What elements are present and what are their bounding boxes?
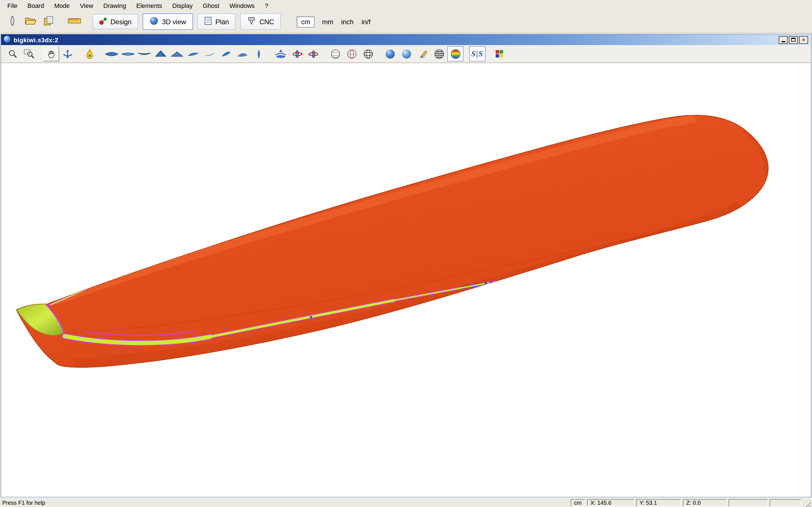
status-bar: Press F1 for help cm X: 145.6 Y: 53.1 Z:…	[0, 497, 812, 507]
rotate-board-icon[interactable]	[289, 46, 305, 61]
zoom-area-icon[interactable]	[21, 46, 37, 61]
wireframe-sphere-grid-icon[interactable]	[360, 46, 376, 61]
surfboard-3d-render	[1, 63, 811, 497]
color-palette-icon[interactable]	[491, 46, 507, 61]
document-title: bigkiwi.s3dx:2	[13, 36, 58, 43]
mode-cnc-label: CNC	[259, 18, 274, 25]
mode-group: Design 3D view Plan CNC	[93, 13, 281, 30]
thickness-view-icon[interactable]	[152, 46, 168, 61]
measure-button[interactable]	[65, 13, 84, 30]
mode-design-button[interactable]: Design	[93, 14, 139, 29]
rainbow-sphere-icon[interactable]	[447, 46, 463, 61]
menu-view[interactable]: View	[75, 1, 98, 10]
status-unit: cm	[571, 499, 585, 506]
striped-sphere-icon[interactable]	[431, 46, 447, 61]
maximize-icon	[791, 38, 796, 42]
maximize-button[interactable]	[789, 36, 798, 44]
menu-display[interactable]: Display	[167, 1, 198, 10]
sls-curvature-icon[interactable]: S|S	[469, 46, 486, 61]
window-controls: ×	[779, 36, 809, 44]
status-empty-cell-1	[728, 499, 768, 506]
zoom-icon[interactable]	[4, 46, 21, 61]
mode-plan-label: Plan	[215, 18, 229, 25]
view-toolbar: S|S	[1, 45, 811, 63]
status-help-text: Press F1 for help	[2, 499, 45, 506]
outline-thin-view-icon[interactable]	[119, 46, 136, 61]
document-window: bigkiwi.s3dx:2 ×	[1, 34, 811, 497]
status-empty-cell-2	[770, 499, 801, 506]
slice-wave-view-icon[interactable]	[201, 46, 218, 61]
document-titlebar[interactable]: bigkiwi.s3dx:2 ×	[1, 34, 811, 45]
shaded-sphere-alt-icon[interactable]	[398, 46, 414, 61]
menu-ghost[interactable]: Ghost	[198, 1, 224, 10]
unit-mm[interactable]: mm	[321, 17, 334, 27]
outline-view-icon[interactable]	[103, 46, 119, 61]
unit-group: cm mm inch in/f	[297, 16, 371, 27]
slice-s-view-icon[interactable]	[185, 46, 201, 61]
close-icon: ×	[802, 37, 805, 43]
menu-board[interactable]: Board	[22, 1, 49, 10]
status-z-coord: Z: 0.0	[683, 499, 727, 506]
close-button[interactable]: ×	[799, 36, 808, 44]
minimize-button[interactable]	[779, 36, 788, 44]
thickness-wide-view-icon[interactable]	[168, 46, 185, 61]
flip-board-icon[interactable]	[272, 46, 289, 61]
menu-drawing[interactable]: Drawing	[98, 1, 132, 10]
status-y-coord: Y: 53.1	[636, 499, 681, 506]
plan-sheet-icon	[204, 16, 212, 27]
light-drop-icon[interactable]	[81, 46, 98, 61]
main-toolbar: Design 3D view Plan CNC	[0, 11, 812, 33]
new-board-button[interactable]	[3, 13, 21, 30]
app-window: File Board Mode View Drawing Elements Di…	[0, 0, 812, 507]
mode-design-label: Design	[110, 18, 132, 25]
unit-inch[interactable]: inch	[341, 17, 354, 27]
sls-label: S|S	[471, 49, 483, 58]
resize-grip[interactable]	[803, 499, 811, 507]
mode-3dview-button[interactable]: 3D view	[143, 13, 193, 30]
slice-slant-view-icon[interactable]	[218, 46, 234, 61]
open-button[interactable]	[21, 13, 40, 30]
mode-3dview-label: 3D view	[162, 18, 186, 25]
menu-mode[interactable]: Mode	[49, 1, 75, 10]
cnc-machine-icon	[247, 16, 256, 27]
orbit-rotate-icon[interactable]	[59, 46, 75, 61]
slice-leaf-view-icon[interactable]	[234, 46, 250, 61]
canvas-3d-view[interactable]	[1, 63, 811, 497]
measure-icon	[68, 16, 81, 27]
menu-windows[interactable]: Windows	[224, 1, 260, 10]
menu-help[interactable]: ?	[260, 1, 273, 10]
mode-plan-button[interactable]: Plan	[197, 13, 236, 30]
menu-bar: File Board Mode View Drawing Elements Di…	[0, 0, 812, 11]
wireframe-sphere-icon[interactable]	[327, 46, 343, 61]
minimize-icon	[781, 41, 785, 42]
mode-cnc-button[interactable]: CNC	[240, 13, 281, 30]
rocker-view-icon[interactable]	[136, 46, 152, 61]
open-folder-icon	[24, 15, 36, 28]
design-icon	[99, 17, 107, 26]
menu-file[interactable]: File	[2, 1, 22, 10]
edit-surface-icon[interactable]	[414, 46, 431, 61]
unit-cm[interactable]: cm	[297, 16, 315, 27]
unit-inf[interactable]: in/f	[361, 17, 371, 27]
save-button[interactable]	[40, 13, 57, 30]
rotate-board-alt-icon[interactable]	[305, 46, 321, 61]
save-icon	[43, 15, 54, 28]
status-x-coord: X: 145.6	[587, 499, 635, 506]
new-board-icon	[7, 15, 18, 29]
pan-hand-icon[interactable]	[43, 46, 59, 61]
document-sphere-icon	[3, 35, 11, 45]
apex-view-icon[interactable]	[250, 46, 267, 61]
shaded-sphere-icon[interactable]	[382, 46, 398, 61]
wireframe-sphere-red-icon[interactable]	[343, 46, 360, 61]
menu-elements[interactable]: Elements	[131, 1, 167, 10]
sphere-3d-icon	[150, 16, 159, 27]
